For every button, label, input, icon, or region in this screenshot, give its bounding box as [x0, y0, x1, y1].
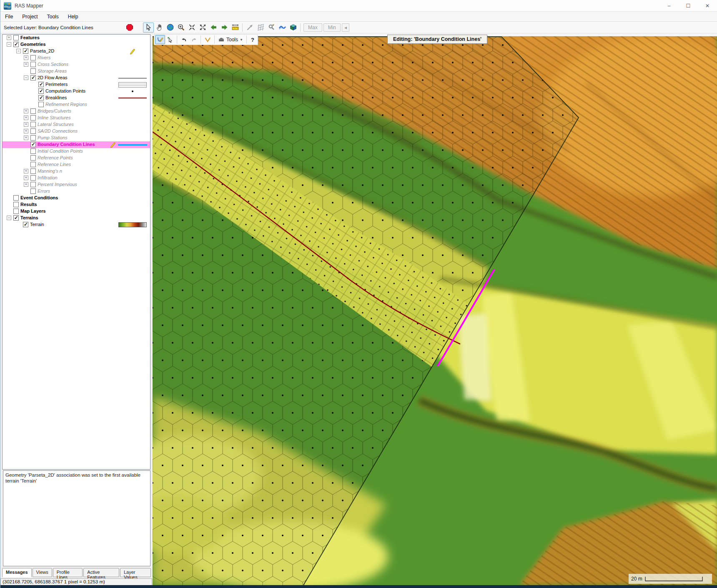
- zoom-window-in-button[interactable]: [186, 23, 197, 33]
- layer-checkbox[interactable]: [38, 102, 44, 107]
- select-cursor-button[interactable]: [143, 23, 154, 33]
- 3d-viewer-cube-button[interactable]: [288, 23, 298, 33]
- tab-layer-values[interactable]: Layer Values: [120, 568, 151, 577]
- zoom-extents-globe-button[interactable]: [165, 23, 175, 33]
- expand-icon[interactable]: +: [24, 129, 28, 133]
- tree-item-event-conditions[interactable]: Event Conditions: [3, 195, 150, 201]
- layer-checkbox[interactable]: [23, 48, 28, 54]
- layer-label[interactable]: Lateral Structures: [38, 122, 74, 127]
- tab-active-features[interactable]: Active Features: [83, 568, 119, 577]
- layer-label[interactable]: Inline Structures: [38, 115, 70, 120]
- tree-item-parseta-2d[interactable]: −Parseta_2D: [3, 48, 150, 55]
- tree-item-terrain[interactable]: Terrain: [3, 221, 150, 228]
- tree-item-boundary-condition-lines[interactable]: Boundary Condition Lines: [3, 141, 150, 148]
- layer-checkbox[interactable]: [30, 175, 36, 181]
- tree-item-inline-structures[interactable]: +Inline Structures: [3, 115, 150, 121]
- close-button[interactable]: ✕: [698, 0, 717, 12]
- zoom-window-out-button[interactable]: [197, 23, 208, 33]
- layer-label[interactable]: Manning's n: [38, 168, 62, 173]
- layer-label[interactable]: Parseta_2D: [30, 48, 54, 53]
- layer-checkbox[interactable]: [30, 188, 36, 194]
- layer-label[interactable]: Refinement Regions: [45, 102, 87, 107]
- layer-checkbox[interactable]: [13, 195, 19, 201]
- layer-checkbox[interactable]: [13, 35, 19, 40]
- tab-views[interactable]: Views: [33, 568, 52, 577]
- measure-ruler-button[interactable]: [230, 23, 241, 33]
- layer-label[interactable]: Reference Lines: [38, 162, 71, 167]
- expand-icon[interactable]: +: [24, 62, 28, 67]
- expand-icon[interactable]: +: [24, 122, 28, 127]
- layer-label[interactable]: Map Layers: [20, 209, 46, 214]
- layer-label[interactable]: Pump Stations: [38, 135, 68, 140]
- expand-icon[interactable]: +: [24, 109, 28, 113]
- tab-messages[interactable]: Messages: [2, 568, 32, 577]
- layer-checkbox[interactable]: [30, 128, 36, 134]
- layer-checkbox[interactable]: [30, 142, 36, 147]
- tree-item-features[interactable]: +Features: [3, 35, 150, 41]
- layer-checkbox[interactable]: [23, 222, 28, 227]
- layer-label[interactable]: Results: [20, 202, 37, 207]
- layer-checkbox[interactable]: [30, 168, 36, 174]
- layer-checkbox[interactable]: [30, 68, 36, 74]
- menu-file[interactable]: File: [0, 12, 18, 21]
- expand-icon[interactable]: +: [7, 35, 11, 40]
- tree-item-cross-sections[interactable]: +Cross Sections: [3, 61, 150, 68]
- tree-item-infiltration[interactable]: +Infiltration: [3, 175, 150, 181]
- tree-item-errors[interactable]: Errors: [3, 188, 150, 195]
- undo-button[interactable]: [179, 35, 189, 44]
- layer-checkbox[interactable]: [30, 135, 36, 141]
- layer-checkbox[interactable]: [30, 62, 36, 67]
- tree-item-geometries[interactable]: −Geometries: [3, 41, 150, 48]
- layer-checkbox[interactable]: [30, 155, 36, 161]
- tree-item-sa-2d-connections[interactable]: +SA/2D Connections: [3, 128, 150, 135]
- layer-label[interactable]: SA/2D Connections: [38, 128, 78, 133]
- layer-label[interactable]: Terrain: [30, 222, 44, 227]
- tree-item-breaklines[interactable]: Breaklines: [3, 95, 150, 101]
- tree-item-reference-points[interactable]: Reference Points: [3, 155, 150, 161]
- tree-item-lateral-structures[interactable]: +Lateral Structures: [3, 121, 150, 128]
- minimize-button[interactable]: –: [659, 0, 679, 12]
- menu-project[interactable]: Project: [18, 12, 42, 21]
- map-viewport[interactable]: Tools▼? Editing: 'Boundary Condition Lin…: [153, 33, 717, 585]
- profile-wave-button[interactable]: [277, 23, 288, 33]
- tools-menu-button[interactable]: Tools▼: [216, 35, 245, 44]
- min-button[interactable]: Min: [323, 23, 341, 32]
- layer-label[interactable]: Boundary Condition Lines: [38, 142, 95, 147]
- mesh-grid-button[interactable]: [255, 23, 266, 33]
- tree-item-manning-s-n[interactable]: +Manning's n: [3, 168, 150, 175]
- layer-label[interactable]: Errors: [38, 188, 50, 193]
- help-button[interactable]: ?: [248, 37, 257, 43]
- layer-label[interactable]: Reference Points: [38, 155, 73, 160]
- layer-label[interactable]: Computation Points: [45, 88, 85, 93]
- layer-label[interactable]: Initial Condition Points: [38, 148, 83, 153]
- layer-label[interactable]: Bridges/Culverts: [38, 108, 71, 113]
- tab-profile-lines[interactable]: Profile Lines: [53, 568, 83, 577]
- layer-label[interactable]: Storage Areas: [38, 68, 67, 73]
- layer-checkbox[interactable]: [30, 115, 36, 121]
- menu-help[interactable]: Help: [63, 12, 83, 21]
- layer-label[interactable]: Breaklines: [45, 95, 67, 100]
- layer-checkbox[interactable]: [30, 148, 36, 154]
- expand-icon[interactable]: +: [24, 169, 28, 173]
- tree-item-results[interactable]: Results: [3, 201, 150, 208]
- draw-boundary-line-button[interactable]: [155, 35, 165, 44]
- zoom-in-magnifier-button[interactable]: [175, 23, 186, 33]
- collapse-icon[interactable]: −: [7, 42, 11, 47]
- tree-item-initial-condition-points[interactable]: Initial Condition Points: [3, 148, 150, 155]
- collapse-icon[interactable]: −: [24, 75, 28, 80]
- layer-checkbox[interactable]: [38, 95, 44, 101]
- next-extent-arrow-button[interactable]: [219, 23, 230, 33]
- expand-icon[interactable]: +: [24, 55, 28, 60]
- layer-checkbox[interactable]: [38, 82, 44, 87]
- layer-checkbox[interactable]: [30, 75, 36, 80]
- tree-item-refinement-regions[interactable]: Refinement Regions: [3, 101, 150, 108]
- layer-checkbox[interactable]: [13, 215, 19, 221]
- terrain-map[interactable]: [153, 33, 717, 585]
- layer-label[interactable]: Infiltration: [38, 175, 58, 180]
- layer-label[interactable]: Features: [20, 35, 40, 40]
- tree-item-pump-stations[interactable]: +Pump Stations: [3, 135, 150, 141]
- layer-checkbox[interactable]: [30, 55, 36, 60]
- expand-icon[interactable]: +: [24, 176, 28, 180]
- maximize-button[interactable]: ☐: [679, 0, 698, 12]
- collapse-icon[interactable]: −: [16, 49, 21, 53]
